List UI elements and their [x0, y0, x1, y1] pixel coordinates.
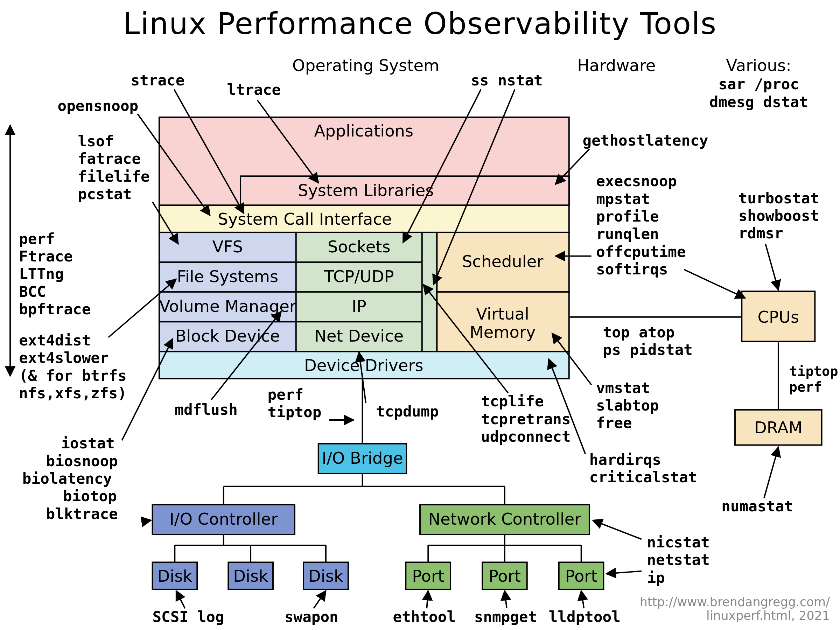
tcplife-label: tcplife: [481, 392, 543, 410]
ext4slower-label: ext4slower: [19, 349, 109, 366]
various-line2: dmesg dstat: [709, 93, 808, 111]
vfs-label: VFS: [212, 237, 243, 256]
lldptool-label: lldptool: [549, 608, 621, 625]
swapon-arrow: [314, 591, 326, 608]
ltrace-label: ltrace: [227, 81, 281, 98]
swapon-label: swapon: [284, 608, 338, 625]
slabtop-label: slabtop: [596, 396, 659, 414]
ext4note2-label: nfs,xfs,zfs): [19, 384, 127, 402]
tcpudp-label: TCP/UDP: [324, 267, 394, 286]
footer-line1: http://www.brendangregg.com/: [640, 595, 830, 609]
fs-label: File Systems: [177, 267, 278, 286]
disk2-label: Disk: [233, 567, 268, 586]
various-line1: sar /proc: [718, 75, 799, 93]
ip-label: IP: [352, 297, 366, 316]
offcputime-label: offcputime: [596, 243, 686, 261]
tiptop2-label: tiptop: [268, 403, 322, 421]
execsnoop-label: execsnoop: [596, 172, 677, 190]
free-label: free: [596, 414, 632, 431]
dram-label: DRAM: [754, 418, 802, 437]
vmstat-label: vmstat: [596, 379, 650, 396]
showboost-label: showboost: [739, 207, 819, 224]
bpftrace-label: bpftrace: [19, 300, 91, 318]
lsof-label: lsof: [78, 132, 114, 150]
snmpget-label: snmpget: [474, 608, 537, 625]
ethtool-arrow: [427, 591, 428, 608]
os-header: Operating System: [292, 56, 439, 75]
volmgr-label: Volume Manager: [159, 297, 297, 316]
nic-arrow1: [593, 520, 641, 539]
iobridge-label: I/O Bridge: [322, 449, 403, 467]
nstat-label: nstat: [498, 71, 543, 89]
vmem-label1: Virtual: [476, 305, 529, 324]
iostat-label: iostat: [61, 434, 115, 452]
ss-label: ss: [471, 71, 489, 89]
port3-label: Port: [565, 567, 597, 586]
mdflush-label: mdflush: [175, 401, 237, 418]
iptool-label: ip: [647, 569, 665, 586]
io-group-arrow: [122, 339, 172, 440]
ext4dist-label: ext4dist: [19, 332, 91, 349]
strace-label: strace: [131, 71, 185, 89]
footer-line2: linuxperf.html, 2021: [706, 609, 830, 623]
udpconnect-label: udpconnect: [481, 428, 570, 445]
fatrace-label: fatrace: [78, 150, 141, 167]
cpus-label: CPUs: [758, 308, 799, 327]
ioctrl-label: I/O Controller: [169, 510, 278, 529]
snmpget-arrow: [505, 591, 507, 608]
netctrl-label: Network Controller: [428, 510, 581, 529]
turbostat-label: turbostat: [739, 189, 819, 207]
hardirqs-label: hardirqs: [589, 451, 661, 468]
mpstat-label: mpstat: [596, 190, 650, 208]
tcpdump-label: tcpdump: [376, 403, 439, 420]
biotop-label: biotop: [63, 487, 117, 505]
ethtool-label: ethtool: [393, 608, 456, 625]
rdmsr-label: rdmsr: [739, 224, 783, 242]
turbostat-arrow: [766, 244, 778, 290]
pcstat-label: pcstat: [78, 185, 132, 203]
lldptool-arrow: [581, 591, 584, 608]
profile-label: profile: [596, 208, 659, 225]
port1-label: Port: [412, 567, 444, 586]
tiptop3-label: tiptop: [789, 363, 838, 379]
applications-label: Applications: [314, 122, 414, 141]
tcpretrans-label: tcpretrans: [481, 410, 570, 428]
page-title: Linux Performance Observability Tools: [123, 6, 717, 41]
netstat-label: netstat: [647, 551, 709, 568]
nic-arrow2: [606, 571, 641, 574]
blktrace-label: blktrace: [46, 505, 118, 523]
syslibs-label: System Libraries: [298, 181, 434, 200]
bcc-label: BCC: [19, 283, 46, 300]
ext4note1-label: (& for btrfs: [19, 367, 127, 384]
perf2-label: perf: [268, 386, 304, 403]
ftrace-label: Ftrace: [19, 248, 73, 265]
gethostlatency-label: gethostlatency: [583, 132, 708, 149]
drivers-label: Device Drivers: [304, 356, 423, 375]
criticalstat-label: criticalstat: [589, 468, 697, 486]
biolatency-label: biolatency: [22, 470, 112, 487]
blockdev-label: Block Device: [175, 327, 280, 346]
port2-label: Port: [489, 567, 521, 586]
io-ctrl-arrow: [142, 520, 151, 521]
runqlen-label: runqlen: [596, 225, 659, 243]
sched-to-cpus-arrow: [684, 270, 745, 298]
lttng-label: LTTng: [19, 265, 64, 283]
disk1-label: Disk: [157, 567, 192, 586]
disk3-label: Disk: [308, 567, 343, 586]
top-atop-label: top atop: [603, 324, 675, 341]
numastat-arrow: [764, 447, 778, 498]
perf-label: perf: [19, 230, 55, 248]
softirqs-label: softirqs: [596, 261, 668, 278]
hw-header: Hardware: [577, 56, 655, 75]
perf3-label: perf: [789, 379, 822, 395]
netdev-label: Net Device: [314, 327, 404, 346]
opensnoop-label: opensnoop: [58, 97, 139, 114]
numastat-label: numastat: [722, 497, 793, 515]
nicstat-label: nicstat: [647, 534, 709, 551]
vmem-label2: Memory: [470, 323, 536, 342]
scsilog-arrow: [176, 591, 185, 608]
sockets-label: Sockets: [328, 237, 391, 256]
ps-pidstat-label: ps pidstat: [603, 341, 693, 358]
scheduler-label: Scheduler: [462, 252, 543, 271]
biosnoop-label: biosnoop: [46, 452, 118, 470]
